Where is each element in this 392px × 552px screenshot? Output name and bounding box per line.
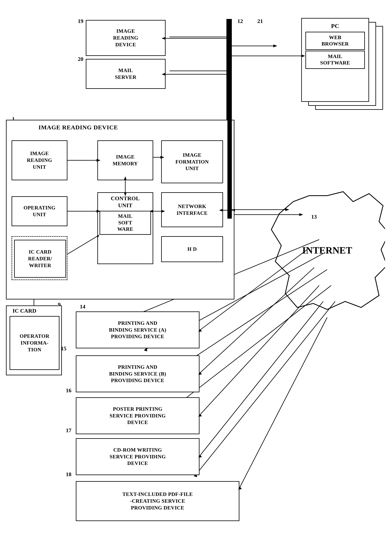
svg-marker-64: [226, 73, 231, 76]
mail-software-inner-box: MAILSOFTWARE: [99, 211, 151, 235]
internet-text: INTERNET: [302, 245, 352, 256]
diagram: 1 2 3 4 5 6 7 8 9 10 11 12 13 14 15 16 1…: [0, 0, 392, 552]
num-19: 19: [78, 18, 83, 24]
main-device-title: IMAGE READING DEVICE: [39, 124, 118, 131]
num-16: 16: [66, 387, 71, 394]
network-interface-label: NETWORKINTERFACE: [176, 203, 208, 217]
mail-server-label: MAILSERVER: [115, 67, 136, 81]
cd-rom-label: CD-ROM WRITINGSERVICE PROVIDINGDEVICE: [110, 447, 166, 467]
svg-marker-70: [285, 208, 289, 211]
operating-unit-label: OPERATINGUNIT: [24, 204, 56, 218]
ic-card-reader-writer-outer: IC CARDREADER/WRITER: [12, 236, 67, 280]
printing-b-label: PRINTING ANDBINDING SERVICE (B)PROVIDING…: [109, 364, 166, 384]
pdf-label: TEXT-INCLUDED PDF-FILE-CREATING SERVICEP…: [122, 491, 193, 511]
mail-software-label: MAILSOFTWARE: [117, 213, 133, 232]
ic-card-outer-label: IC CARD: [13, 308, 36, 314]
image-formation-unit-label: IMAGEFORMATIONUNIT: [175, 152, 209, 172]
image-reading-device-top-box: IMAGEREADINGDEVICE: [86, 20, 166, 56]
num-12: 12: [237, 18, 243, 24]
mail-software-pc-label: MAILSOFTWARE: [320, 53, 350, 66]
svg-marker-6: [273, 44, 277, 47]
operating-unit-box: OPERATINGUNIT: [12, 196, 67, 226]
ic-card-reader-writer-label: IC CARDREADER/WRITER: [28, 249, 52, 269]
image-reading-unit-box: IMAGEREADINGUNIT: [12, 140, 67, 180]
svg-line-56: [67, 236, 97, 254]
image-memory-box: IMAGEMEMORY: [97, 140, 153, 180]
num-17: 17: [66, 427, 71, 434]
poster-printing-label: POSTER PRINTINGSERVICE PROVIDINGDEVICE: [110, 406, 166, 426]
pdf-box: TEXT-INCLUDED PDF-FILE-CREATING SERVICEP…: [76, 481, 239, 521]
printing-a-box: PRINTING ANDBINDING SERVICE (A)PROVIDING…: [76, 311, 199, 348]
svg-line-79: [199, 301, 323, 456]
printing-b-box: PRINTING ANDBINDING SERVICE (B)PROVIDING…: [76, 355, 199, 392]
num-14: 14: [80, 303, 85, 310]
pc-stack-box: PC WEBBROWSER MAILSOFTWARE: [301, 18, 369, 102]
svg-line-37: [196, 301, 335, 475]
num-18: 18: [66, 471, 71, 478]
num-21: 21: [257, 18, 263, 24]
image-reading-device-top-label: IMAGEREADINGDEVICE: [113, 28, 138, 48]
svg-line-77: [199, 286, 319, 415]
pc-label: PC: [304, 21, 366, 31]
cd-rom-box: CD-ROM WRITINGSERVICE PROVIDINGDEVICE: [76, 438, 199, 475]
operator-information-box: OPERATORINFORMA-TION: [10, 316, 59, 370]
svg-marker-58: [271, 192, 385, 309]
main-device-outer-box: IMAGE READING DEVICE IMAGEREADINGUNIT IM…: [6, 120, 234, 300]
num-13: 13: [311, 214, 317, 220]
svg-marker-61: [226, 37, 231, 40]
svg-marker-28: [299, 213, 303, 216]
network-interface-box: NETWORKINTERFACE: [161, 192, 223, 227]
image-memory-label: IMAGEMEMORY: [113, 154, 138, 167]
web-browser-label: WEBBROWSER: [322, 35, 349, 47]
printing-a-label: PRINTING ANDBINDING SERVICE (A)PROVIDING…: [109, 320, 166, 340]
control-unit-label: CONTROLUNIT: [99, 195, 151, 209]
poster-printing-box: POSTER PRINTINGSERVICE PROVIDINGDEVICE: [76, 397, 199, 434]
svg-marker-55: [234, 209, 235, 212]
operator-information-label: OPERATORINFORMA-TION: [20, 333, 49, 353]
image-reading-unit-label: IMAGEREADINGUNIT: [27, 150, 52, 170]
hd-label: H D: [188, 246, 197, 252]
ic-card-outer-box: IC CARD OPERATORINFORMA-TION: [6, 305, 62, 375]
num-20: 20: [78, 56, 83, 62]
mail-server-box: MAILSERVER: [86, 59, 166, 89]
image-formation-unit-box: IMAGEFORMATIONUNIT: [161, 140, 223, 183]
control-unit-box: CONTROLUNIT MAILSOFTWARE: [97, 192, 153, 264]
svg-marker-67: [226, 55, 230, 57]
svg-line-81: [239, 317, 327, 488]
ic-card-reader-writer-box: IC CARDREADER/WRITER: [14, 240, 66, 278]
svg-marker-7: [226, 44, 230, 47]
web-browser-box: WEBBROWSER: [305, 32, 365, 50]
hd-box: H D: [161, 236, 223, 262]
mail-software-pc-box: MAILSOFTWARE: [305, 51, 365, 69]
internet-svg: INTERNET: [269, 190, 385, 313]
